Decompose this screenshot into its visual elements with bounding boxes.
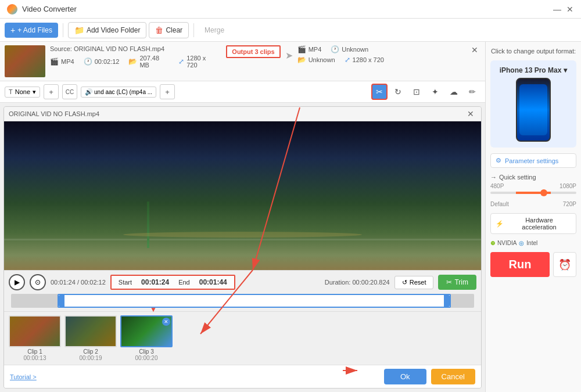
end-time: 00:01:44 xyxy=(199,278,227,286)
video-icon: 🎬 xyxy=(50,57,59,66)
start-time: 00:01:24 xyxy=(141,278,169,286)
alarm-icon: ⏰ xyxy=(558,259,571,271)
separator xyxy=(63,23,63,37)
source-label: Source: ORIGINAL VID NO FLASH.mp4 xyxy=(50,45,217,52)
cancel-button[interactable]: Cancel xyxy=(431,369,475,384)
file-meta: 🎬 MP4 🕐 00:02:12 📂 207.48 MB ⤢ 1280 x 72… xyxy=(50,55,217,69)
main-area: Source: ORIGINAL VID NO FLASH.mp4 🎬 MP4 … xyxy=(0,42,581,392)
output-folder-icon: 📂 xyxy=(297,56,306,64)
clip2-thumbnail xyxy=(64,315,117,347)
resize-icon: ⤢ xyxy=(178,57,184,66)
crop-tool-button[interactable]: ⊡ xyxy=(408,84,425,100)
trim-tool-button[interactable]: ✂ xyxy=(371,84,388,100)
clear-button[interactable]: 🗑 Clear xyxy=(149,22,189,38)
subtitle-tool-button[interactable]: ✏ xyxy=(464,84,480,100)
video-placeholder xyxy=(4,121,481,270)
tutorial-link[interactable]: Tutorial > xyxy=(10,373,37,380)
scissors-icon: ✂ xyxy=(446,278,452,286)
trim-marker: ▼ xyxy=(150,305,157,314)
list-item[interactable]: Clip 1 00:00:13 xyxy=(9,315,61,361)
play-button[interactable]: ▶ xyxy=(9,274,25,290)
output-duration-item: 🕐 Unknown xyxy=(331,45,368,53)
video-editor-close-button[interactable]: ✕ xyxy=(465,109,476,118)
quality-480: 480P xyxy=(490,183,504,189)
quality-slider-container xyxy=(490,192,576,200)
alarm-button[interactable]: ⏰ xyxy=(553,252,576,277)
merge-label: Merge xyxy=(199,23,230,37)
left-content: Source: ORIGINAL VID NO FLASH.mp4 🎬 MP4 … xyxy=(0,42,485,392)
video-canvas xyxy=(4,121,481,270)
play-segment-button[interactable]: ⊙ xyxy=(30,274,46,290)
quality-options: 480P 1080P xyxy=(490,183,576,189)
chevron-icon: ▾ xyxy=(33,88,36,96)
selected-icon: ✕ xyxy=(162,318,170,326)
tool-icons: ✂ ↻ ⊡ ✦ ☁ ✏ xyxy=(371,84,480,100)
folder-icon2: 📂 xyxy=(128,57,137,66)
quick-setting-label: → Quick setting xyxy=(490,174,576,181)
add-files-button[interactable]: + + Add Files xyxy=(5,23,58,38)
app-title: Video Converter xyxy=(22,5,574,13)
output-format-label: Click to change output format: xyxy=(490,48,576,55)
resolution-item: ⤢ 1280 x 720 xyxy=(178,55,217,69)
clip3-time: 00:00:20 xyxy=(120,355,173,361)
reset-button[interactable]: ↺ Reset xyxy=(394,276,434,289)
reset-icon: ↺ xyxy=(402,279,407,286)
quick-icon: → xyxy=(490,174,497,181)
plus-icon: + xyxy=(10,26,15,35)
gpu-labels: ⊕ NVIDIA ◎ Intel xyxy=(490,240,576,246)
left-handle[interactable] xyxy=(59,295,64,307)
add-video-folder-button[interactable]: 📁 Add Video Folder xyxy=(68,22,147,38)
rotate-tool-button[interactable]: ↻ xyxy=(390,84,406,100)
output-clock-icon: 🕐 xyxy=(331,45,339,53)
parameter-settings-button[interactable]: ⚙ Parameter settings xyxy=(490,153,576,168)
audio-select[interactable]: 🔊 und aac (LC) (mp4a ... xyxy=(81,87,156,98)
trim-button[interactable]: ✂ Trim xyxy=(438,275,476,290)
cc-button[interactable]: CC xyxy=(62,84,77,99)
folder-icon: 📁 xyxy=(74,26,84,35)
clip3-thumbnail: ✕ xyxy=(120,315,173,347)
ok-button[interactable]: Ok xyxy=(384,369,426,384)
output-resolution-item: ⤢ 1280 x 720 xyxy=(345,56,384,64)
size-item: 📂 207.48 MB xyxy=(128,55,169,69)
output-resize-icon: ⤢ xyxy=(345,56,350,64)
output-size-item: 📂 Unknown xyxy=(297,56,335,64)
output-format-item: 🎬 MP4 xyxy=(297,45,322,53)
quality-labels: Default 720P xyxy=(490,201,576,207)
run-button[interactable]: Run xyxy=(490,252,550,277)
slider-thumb[interactable] xyxy=(540,189,547,196)
list-item[interactable]: Clip 2 00:00:19 xyxy=(64,315,117,361)
device-name: iPhone 13 Pro Max ▾ xyxy=(500,66,568,74)
slider-track xyxy=(490,192,576,194)
minimize-button[interactable]: — xyxy=(553,5,561,13)
device-card[interactable]: iPhone 13 Pro Max ▾ xyxy=(490,60,576,148)
close-button[interactable]: ✕ xyxy=(566,5,574,13)
file-thumbnail xyxy=(5,45,45,77)
video-editor-titlebar: ORIGINAL VID NO FLASH.mp4 ✕ xyxy=(4,107,481,121)
trim-slider[interactable]: ▼ xyxy=(11,294,474,308)
intel-icon: ◎ xyxy=(519,240,524,246)
file-details: Source: ORIGINAL VID NO FLASH.mp4 🎬 MP4 … xyxy=(50,45,217,69)
video-editor: ORIGINAL VID NO FLASH.mp4 ✕ ▶ xyxy=(3,106,482,389)
trim-range xyxy=(58,294,451,308)
file-close-button[interactable]: ✕ xyxy=(469,45,480,55)
trim-controls: ▶ ⊙ 00:01:24 / 00:02:12 Start 00:01:24 E… xyxy=(4,270,481,311)
hardware-acceleration-button[interactable]: ⚡ Hardware acceleration xyxy=(490,213,576,234)
preset-select[interactable]: T None ▾ xyxy=(5,87,40,98)
device-screen xyxy=(519,84,547,135)
clip2-label: Clip 2 xyxy=(64,348,117,355)
main-toolbar: + + Add Files 📁 Add Video Folder 🗑 Clear… xyxy=(0,19,581,42)
right-handle[interactable] xyxy=(444,295,450,307)
watermark-tool-button[interactable]: ☁ xyxy=(446,84,462,100)
add-subtitle-button[interactable]: + xyxy=(44,84,59,99)
format-item: 🎬 MP4 xyxy=(50,55,74,69)
duration-display: Duration: 00:00:20.824 xyxy=(325,279,390,286)
effect-tool-button[interactable]: ✦ xyxy=(427,84,443,100)
output-video-icon: 🎬 xyxy=(297,45,306,53)
add-audio-button[interactable]: + xyxy=(160,84,175,99)
slider-track xyxy=(11,294,474,308)
list-item[interactable]: ✕ Clip 3 00:00:20 xyxy=(120,315,173,361)
output-meta: 🎬 MP4 🕐 Unknown xyxy=(297,45,464,53)
clip1-time: 00:00:13 xyxy=(9,355,61,361)
duration-item: 🕐 00:02:12 xyxy=(84,55,120,69)
text-icon: T xyxy=(9,88,13,95)
